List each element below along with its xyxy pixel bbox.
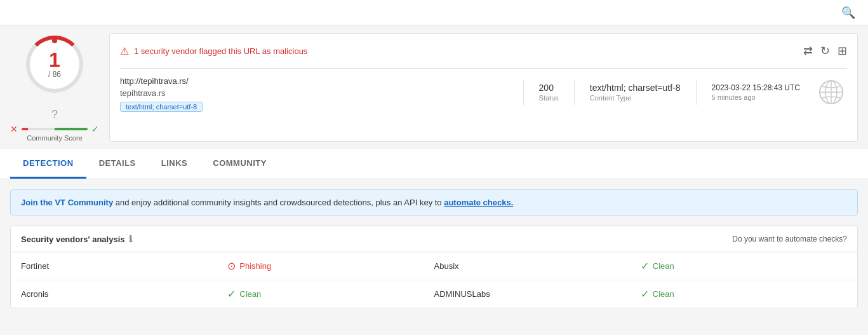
meta-divider-1	[523, 79, 524, 105]
bar-negative-icon: ✕	[10, 124, 18, 134]
automate-text: Do you want to automate checks?	[732, 235, 847, 243]
clean-icon-3: ✓	[641, 288, 649, 300]
search-icon[interactable]: 🔍	[839, 3, 858, 22]
compare-icon[interactable]: ⇄	[803, 44, 813, 58]
url-meta: 200 Status text/html; charset=utf-8 Cont…	[523, 76, 847, 108]
community-score-label: Community Score	[27, 134, 82, 142]
automate-checks-link[interactable]: automate checks.	[444, 198, 513, 207]
tabs-section: DETECTION DETAILS LINKS COMMUNITY	[0, 149, 868, 179]
bar-positive-icon: ✓	[91, 124, 99, 134]
meta-divider-2	[574, 79, 575, 105]
url-main: http://tepihtrava.rs/	[120, 76, 513, 86]
alert-banner: ⚠ 1 security vendor flagged this URL as …	[120, 44, 847, 58]
clean-label-1: Clean	[653, 261, 674, 271]
date-value: 2023-03-22 15:28:43 UTC	[712, 83, 800, 92]
refresh-icon[interactable]: ↻	[820, 44, 830, 58]
clean-label-2: Clean	[239, 289, 261, 299]
tab-community[interactable]: COMMUNITY	[200, 149, 279, 179]
url-tag[interactable]: text/html; charset=utf-8	[120, 102, 203, 112]
url-info: http://tepihtrava.rs/ tepihtrava.rs text…	[120, 76, 847, 112]
status-meta: 200 Status	[539, 83, 559, 102]
score-number: 1	[49, 50, 60, 70]
vendor-name-1: Fortinet	[21, 261, 227, 271]
community-score-question-icon: ?	[51, 108, 58, 121]
analysis-title-text: Security vendors' analysis	[21, 235, 125, 244]
vendor-name-3: Acronis	[21, 289, 227, 299]
alert-circle-icon: ⚠	[120, 45, 129, 57]
table-row: Fortinet ⊙ Phishing Abusix ✓ Clean	[11, 252, 857, 280]
top-bar: 🔍	[0, 0, 868, 25]
score-bar	[22, 128, 88, 130]
date-relative: 5 minutes ago	[712, 93, 800, 101]
analysis-title: Security vendors' analysis ℹ	[21, 234, 132, 244]
score-panel: 1 / 86 ? ✕ ✓ Community Score	[10, 33, 99, 142]
community-banner-text1: and enjoy additional community insights …	[113, 198, 444, 207]
tabs: DETECTION DETAILS LINKS COMMUNITY	[10, 149, 858, 179]
content-type-meta: text/html; charset=utf-8 Content Type	[590, 83, 681, 102]
status-clean-3: ✓ Clean	[641, 288, 847, 300]
status-clean-1: ✓ Clean	[641, 260, 847, 272]
url-domain: tepihtrava.rs	[120, 88, 513, 98]
phishing-icon-1: ⊙	[227, 260, 236, 272]
globe-icon-container	[815, 76, 847, 108]
content-type-label: Content Type	[590, 94, 681, 102]
status-phishing-1: ⊙ Phishing	[227, 260, 434, 272]
table-row: Acronis ✓ Clean ADMINUSLabs ✓ Clean	[11, 280, 857, 308]
clean-label-3: Clean	[653, 289, 674, 299]
content-type-value: text/html; charset=utf-8	[590, 83, 681, 93]
analysis-info-icon[interactable]: ℹ	[129, 234, 132, 244]
vendor-name-4: ADMINUSLabs	[434, 289, 641, 299]
qr-icon[interactable]: ⊞	[838, 44, 847, 58]
content-area: Join the VT Community and enjoy addition…	[0, 179, 868, 318]
analysis-header: Security vendors' analysis ℹ Do you want…	[11, 226, 857, 252]
url-details: http://tepihtrava.rs/ tepihtrava.rs text…	[120, 76, 513, 112]
phishing-label-1: Phishing	[239, 261, 271, 271]
score-dot	[52, 38, 57, 43]
clean-icon-2: ✓	[227, 288, 236, 300]
community-score-bar: ✕ ✓	[10, 124, 99, 134]
status-label: Status	[539, 94, 559, 102]
community-banner: Join the VT Community and enjoy addition…	[10, 189, 858, 215]
divider	[120, 68, 847, 69]
tab-detection[interactable]: DETECTION	[10, 149, 86, 179]
vendor-name-2: Abusix	[434, 261, 641, 271]
alert-actions: ⇄ ↻ ⊞	[803, 44, 847, 58]
meta-divider-3	[696, 79, 697, 105]
tab-links[interactable]: LINKS	[149, 149, 201, 179]
community-join-link[interactable]: Join the VT Community	[21, 198, 113, 207]
alert-message: 1 security vendor flagged this URL as ma…	[134, 46, 307, 56]
clean-icon-1: ✓	[641, 260, 649, 272]
info-card: ⚠ 1 security vendor flagged this URL as …	[109, 33, 858, 142]
status-value: 200	[539, 83, 559, 93]
alert-text-container: ⚠ 1 security vendor flagged this URL as …	[120, 45, 307, 57]
globe-icon	[817, 78, 845, 106]
score-circle: 1 / 86	[26, 36, 83, 93]
analysis-section: Security vendors' analysis ℹ Do you want…	[10, 226, 858, 308]
status-clean-2: ✓ Clean	[227, 288, 434, 300]
date-meta: 2023-03-22 15:28:43 UTC 5 minutes ago	[712, 83, 800, 101]
main-content: 1 / 86 ? ✕ ✓ Community Score ⚠ 1 securit…	[0, 25, 868, 149]
community-score-area: ? ✕ ✓ Community Score	[10, 108, 99, 142]
score-total: / 86	[48, 70, 61, 79]
tab-details[interactable]: DETAILS	[86, 149, 149, 179]
